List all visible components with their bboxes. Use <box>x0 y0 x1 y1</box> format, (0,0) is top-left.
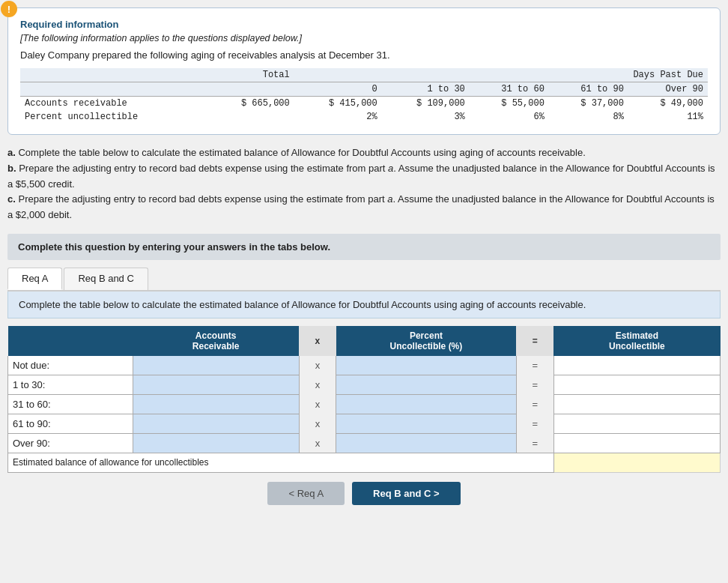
col-header-label <box>8 326 133 356</box>
sub-total <box>207 82 294 97</box>
col-header-eq: = <box>516 326 553 356</box>
eq-31to60: = <box>516 394 553 414</box>
x-1to30: x <box>299 375 336 394</box>
aging-table: Total Days Past Due 0 1 to 30 31 to 60 6… <box>20 68 708 124</box>
x-31to60: x <box>299 394 336 414</box>
prev-button[interactable]: < Req A <box>267 482 345 505</box>
days-past-due-header: Days Past Due <box>294 68 708 82</box>
instruction-c: c. Prepare the adjusting entry to record… <box>7 192 721 223</box>
label-1to30: 1 to 30: <box>8 375 133 394</box>
ar-31to60[interactable] <box>133 394 299 414</box>
est-31to60 <box>553 394 720 414</box>
ar-total: $ 665,000 <box>207 97 294 111</box>
row-1to30: 1 to 30: x = <box>8 375 721 394</box>
col-61to90: 61 to 90 <box>549 82 628 97</box>
pct-1to30: 3% <box>382 110 470 124</box>
pct-over90[interactable] <box>336 433 517 453</box>
complete-bar: Complete this question by entering your … <box>7 234 721 260</box>
pct-over90-input[interactable] <box>341 437 512 450</box>
row-over90: Over 90: x = <box>8 433 721 453</box>
instruction-a: a. Complete the table below to calculate… <box>7 145 721 161</box>
instructions-block: a. Complete the table below to calculate… <box>7 145 721 223</box>
tab-content-header: Complete the table below to calculate th… <box>7 292 721 318</box>
eq-1to30: = <box>516 375 553 394</box>
x-not-due: x <box>299 356 336 375</box>
ar-31to60: $ 55,000 <box>470 97 549 111</box>
x-61to90: x <box>299 414 336 433</box>
x-over90: x <box>299 433 336 453</box>
col-header-ar: AccountsReceivable <box>133 326 299 356</box>
col-over90: Over 90 <box>628 82 708 97</box>
ar-not-due-input[interactable] <box>138 359 294 372</box>
eq-over90: = <box>516 433 553 453</box>
pct-31to60-input[interactable] <box>341 398 512 411</box>
col-0: 0 <box>294 82 382 97</box>
ar-61to90-input[interactable] <box>138 417 294 430</box>
pct-1to30[interactable] <box>336 375 517 394</box>
row-total: Estimated balance of allowance for uncol… <box>8 453 721 472</box>
complete-bar-text: Complete this question by entering your … <box>18 241 330 253</box>
ar-over90: $ 49,000 <box>628 97 708 111</box>
next-button[interactable]: Req B and C > <box>352 482 461 505</box>
total-value-input[interactable] <box>559 456 715 469</box>
table-row-ar: Accounts receivable $ 665,000 $ 415,000 … <box>20 97 708 111</box>
ar-1to30-input[interactable] <box>138 378 294 391</box>
alert-icon: ! <box>1 1 17 17</box>
est-61to90 <box>553 414 720 433</box>
est-not-due <box>553 356 720 375</box>
ar-label: Accounts receivable <box>20 97 207 111</box>
label-not-due: Not due: <box>8 356 133 375</box>
pct-total <box>207 110 294 124</box>
col-header-est: EstimatedUncollectible <box>553 326 720 356</box>
est-1to30-input[interactable] <box>559 378 715 391</box>
label-61to90: 61 to 90: <box>8 414 133 433</box>
pct-over90: 11% <box>628 110 708 124</box>
ar-61to90: $ 37,000 <box>549 97 628 111</box>
col-31to60: 31 to 60 <box>470 82 549 97</box>
label-over90: Over 90: <box>8 433 133 453</box>
pct-61to90[interactable] <box>336 414 517 433</box>
est-not-due-input[interactable] <box>559 359 715 372</box>
tab-req-b-c[interactable]: Req B and C <box>64 268 148 290</box>
tab-req-a[interactable]: Req A <box>7 268 62 290</box>
pct-not-due-input[interactable] <box>341 359 512 372</box>
pct-31to60[interactable] <box>336 394 517 414</box>
empty-header <box>20 68 207 82</box>
eq-not-due: = <box>516 356 553 375</box>
pct-not-due[interactable] <box>336 356 517 375</box>
pct-61to90-input[interactable] <box>341 417 512 430</box>
italic-description: [The following information applies to th… <box>20 33 708 43</box>
required-info-title: Required information <box>20 19 708 30</box>
est-31to60-input[interactable] <box>559 398 715 411</box>
table-row-pct: Percent uncollectible 2% 3% 6% 8% 11% <box>20 110 708 124</box>
info-card: ! Required information [The following in… <box>7 7 721 135</box>
pct-1to30-input[interactable] <box>341 378 512 391</box>
pct-0: 2% <box>294 110 382 124</box>
input-table: AccountsReceivable x PercentUncollectibl… <box>7 326 721 473</box>
ar-1to30: $ 109,000 <box>382 97 470 111</box>
total-header: Total <box>207 68 294 82</box>
instruction-b: b. Prepare the adjusting entry to record… <box>7 161 721 193</box>
ar-31to60-input[interactable] <box>138 398 294 411</box>
est-61to90-input[interactable] <box>559 417 715 430</box>
tab-content-description: Complete the table below to calculate th… <box>19 299 586 310</box>
ar-over90[interactable] <box>133 433 299 453</box>
est-1to30 <box>553 375 720 394</box>
ar-1to30[interactable] <box>133 375 299 394</box>
ar-0: $ 415,000 <box>294 97 382 111</box>
tabs-row: Req A Req B and C <box>7 268 721 292</box>
est-over90 <box>553 433 720 453</box>
pct-31to60: 6% <box>470 110 549 124</box>
ar-over90-input[interactable] <box>138 437 294 450</box>
row-31to60: 31 to 60: x = <box>8 394 721 414</box>
pct-61to90: 8% <box>549 110 628 124</box>
ar-not-due[interactable] <box>133 356 299 375</box>
col-header-x: x <box>299 326 336 356</box>
col-header-pct: PercentUncollectible (%) <box>336 326 517 356</box>
row-61to90: 61 to 90: x = <box>8 414 721 433</box>
total-label: Estimated balance of allowance for uncol… <box>8 453 554 472</box>
est-over90-input[interactable] <box>559 437 715 450</box>
sub-empty <box>20 82 207 97</box>
total-value-cell[interactable] <box>553 453 720 472</box>
ar-61to90[interactable] <box>133 414 299 433</box>
